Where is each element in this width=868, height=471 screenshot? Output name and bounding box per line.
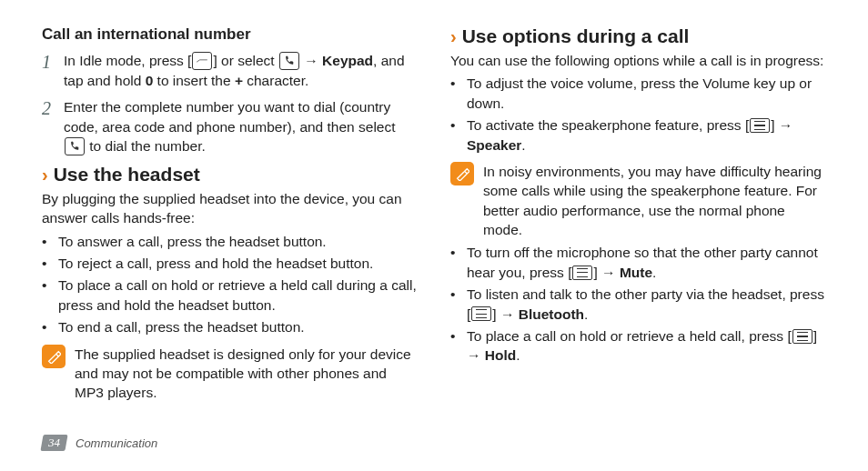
- bullet-icon: •: [42, 276, 51, 315]
- menu-key-icon: [572, 266, 592, 280]
- step-2: 2 Enter the complete number you want to …: [42, 97, 418, 156]
- zero-key: 0: [146, 73, 154, 88]
- send-key-icon: [192, 52, 212, 70]
- page-number: 34: [40, 435, 67, 451]
- t: ] or select: [213, 53, 278, 68]
- two-column-layout: Call an international number 1 In Idle m…: [42, 25, 826, 429]
- options-intro: You can use the following options while …: [450, 51, 826, 70]
- menu-key-icon: [750, 118, 770, 133]
- page-footer: 34 Communication: [42, 435, 157, 451]
- t: →: [300, 53, 322, 68]
- list-item: •To adjust the voice volume, press the V…: [450, 74, 826, 113]
- t: to insert the: [153, 73, 235, 88]
- t: To end a call, press the headset button.: [58, 317, 305, 336]
- bullet-icon: •: [42, 317, 51, 336]
- note-icon: [450, 162, 474, 185]
- list-item: •To turn off the microphone so that the …: [450, 243, 826, 282]
- t: To reject a call, press and hold the hea…: [58, 254, 373, 273]
- list-item: •To place a call on hold or retrieve a h…: [450, 326, 826, 366]
- list-item: •To place a call on hold or retrieve a h…: [42, 276, 418, 315]
- list-item: •To end a call, press the headset button…: [42, 317, 418, 336]
- note-text: The supplied headset is designed only fo…: [75, 345, 418, 403]
- phone-icon: [279, 52, 299, 70]
- options-bullets-2: •To turn off the microphone so that the …: [450, 243, 826, 365]
- step-1-text: In Idle mode, press [] or select → Keypa…: [64, 51, 418, 90]
- plus-char: +: [235, 73, 243, 88]
- bullet-icon: •: [450, 285, 459, 324]
- headset-intro: By plugging the supplied headset into th…: [42, 189, 418, 228]
- heading-text: Use options during a call: [462, 25, 690, 47]
- note-headset: The supplied headset is designed only fo…: [42, 345, 418, 403]
- step-number: 2: [42, 97, 55, 156]
- t: to dial the number.: [86, 138, 206, 154]
- note-text: In noisy environments, you may have diff…: [483, 162, 826, 240]
- t: To place a call on hold or retrieve a he…: [58, 276, 418, 315]
- menu-key-icon: [471, 306, 491, 321]
- bullet-icon: •: [42, 254, 51, 273]
- options-bullets-1: •To adjust the voice volume, press the V…: [450, 74, 826, 155]
- note-speaker: In noisy environments, you may have diff…: [450, 162, 826, 240]
- bullet-icon: •: [450, 326, 459, 366]
- bullet-icon: •: [42, 232, 51, 251]
- chevron-icon: ›: [42, 165, 48, 184]
- t: To answer a call, press the headset butt…: [58, 232, 327, 251]
- heading-options: ›Use options during a call: [450, 25, 826, 47]
- bullet-icon: •: [450, 74, 459, 113]
- step-2-text: Enter the complete number you want to di…: [64, 97, 418, 156]
- list-item: •To listen and talk to the other party v…: [450, 285, 826, 324]
- list-item: •To reject a call, press and hold the he…: [42, 254, 418, 273]
- section-label: Communication: [76, 436, 157, 450]
- keypad-label: Keypad: [322, 53, 373, 68]
- note-icon: [42, 345, 66, 368]
- chevron-icon: ›: [450, 27, 457, 45]
- t: Enter the complete number you want to di…: [64, 99, 396, 134]
- step-1: 1 In Idle mode, press [] or select → Key…: [42, 51, 418, 90]
- menu-key-icon: [792, 329, 812, 344]
- dial-icon: [65, 137, 85, 155]
- step-number: 1: [42, 51, 55, 90]
- bullet-icon: •: [450, 243, 459, 282]
- list-item: •To activate the speakerphone feature, p…: [450, 115, 826, 155]
- right-column: ›Use options during a call You can use t…: [450, 25, 826, 429]
- headset-bullets: •To answer a call, press the headset but…: [42, 232, 418, 337]
- t: In Idle mode, press [: [64, 53, 191, 68]
- heading-international: Call an international number: [42, 25, 418, 44]
- manual-page: Call an international number 1 In Idle m…: [0, 0, 868, 471]
- bullet-icon: •: [450, 115, 459, 155]
- heading-text: Use the headset: [54, 164, 200, 185]
- t: To listen and talk to the other party vi…: [467, 285, 826, 324]
- heading-headset: ›Use the headset: [42, 164, 418, 185]
- t: To place a call on hold or retrieve a he…: [467, 326, 826, 366]
- list-item: •To answer a call, press the headset but…: [42, 232, 418, 251]
- t: To adjust the voice volume, press the Vo…: [467, 74, 826, 113]
- t: To turn off the microphone so that the o…: [467, 243, 826, 282]
- t: To activate the speakerphone feature, pr…: [467, 115, 826, 155]
- t: character.: [243, 73, 308, 88]
- left-column: Call an international number 1 In Idle m…: [42, 25, 418, 429]
